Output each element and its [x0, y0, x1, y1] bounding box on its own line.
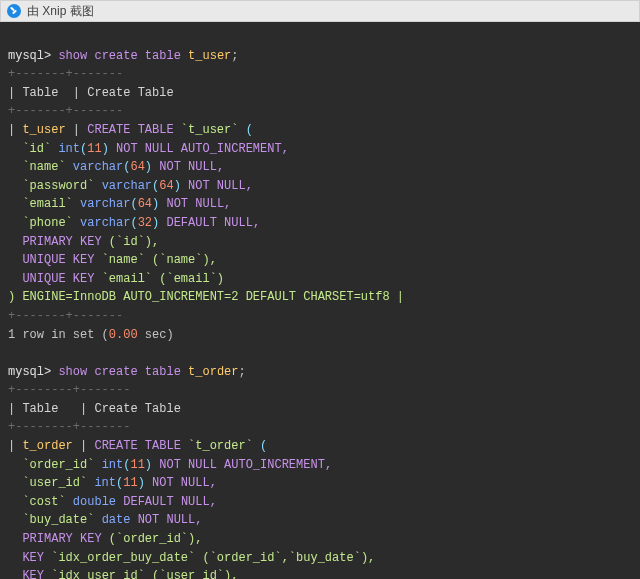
cmd1-target: t_user [188, 49, 231, 63]
terminal-output: mysql> show create table t_user; +------… [0, 22, 640, 579]
row-pipe: | [8, 123, 15, 137]
pk-kw: PRIMARY KEY [22, 235, 101, 249]
col-email: `email` [22, 197, 72, 211]
torder-name: t_order [22, 439, 72, 453]
col-phone: `phone` [22, 216, 72, 230]
window-title: 由 Xnip 截图 [27, 3, 94, 20]
col-user-id: `user_id` [22, 476, 87, 490]
result-row: 1 row in set (0.00 sec) [8, 328, 174, 342]
paren-open: ( [246, 123, 253, 137]
sep-line: +-------+------- [8, 67, 123, 81]
hdr-create: Create Table [87, 86, 173, 100]
mysql-prompt: mysql> [8, 365, 51, 379]
sep-line: +--------+------- [8, 383, 130, 397]
col-password: `password` [22, 179, 94, 193]
arg-11: 11 [87, 142, 101, 156]
kw-table: table [145, 49, 181, 63]
sep-line: +-------+------- [8, 309, 123, 323]
kw-create-table: CREATE TABLE [87, 123, 173, 137]
tuser-name: t_user [22, 123, 65, 137]
tbl-bt: `t_user` [181, 123, 239, 137]
kw-show: show [58, 49, 87, 63]
engine-line: ) ENGINE=InnoDB AUTO_INCREMENT=2 DEFAULT… [8, 290, 404, 304]
arg-64: 64 [130, 160, 144, 174]
hdr-table: Table [22, 86, 58, 100]
col-name: `name` [22, 160, 65, 174]
pk-cols: (`id`), [109, 235, 159, 249]
type-vc: varchar [73, 160, 123, 174]
window-titlebar: 由 Xnip 截图 [0, 0, 640, 22]
xnip-logo-icon [7, 4, 21, 18]
row-pipe: | [73, 123, 80, 137]
hdr-pipe: | [8, 86, 15, 100]
type-int: int [58, 142, 80, 156]
col-order-id: `order_id` [22, 458, 94, 472]
sep-line: +-------+------- [8, 104, 123, 118]
semicolon: ; [231, 49, 238, 63]
col-tail: NOT NULL AUTO_INCREMENT, [116, 142, 289, 156]
cmd2-target: t_order [188, 365, 238, 379]
col-buy-date: `buy_date` [22, 513, 94, 527]
kw-create: create [94, 49, 137, 63]
uk-kw: UNIQUE KEY [22, 253, 94, 267]
col-cost: `cost` [22, 495, 65, 509]
hdr-pipe: | [73, 86, 80, 100]
sep-line: +--------+------- [8, 420, 130, 434]
col-tail: NOT NULL, [159, 160, 224, 174]
uk-kw: UNIQUE KEY [22, 272, 94, 286]
mysql-prompt: mysql> [8, 49, 51, 63]
col-id: `id` [22, 142, 51, 156]
